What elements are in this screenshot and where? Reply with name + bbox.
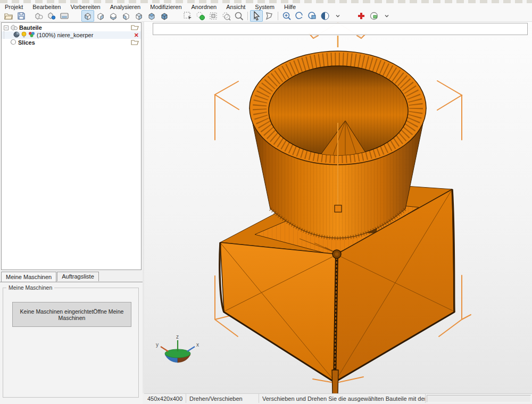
open-machines-button[interactable]: Keine Maschinen eingerichtetÖffne Meine … [12, 302, 131, 327]
menu-projekt[interactable]: Projekt [0, 4, 28, 10]
menu-hilfe[interactable]: Hilfe [279, 4, 301, 10]
menu-ansicht[interactable]: Ansicht [221, 4, 250, 10]
menu-bearbeiten[interactable]: Bearbeiten [28, 4, 65, 10]
platform-button[interactable] [58, 10, 71, 22]
cursor-select-icon [252, 11, 261, 21]
zoom-to-part-icon [307, 11, 317, 21]
y-axis-line [161, 347, 168, 351]
tree-row-bauteile[interactable]: − Bauteile [2, 24, 141, 31]
machines-panel: Meine Maschinen Keine Maschinen eingeric… [0, 282, 143, 404]
open-folder-icon[interactable] [131, 39, 139, 46]
view-cube-iso-icon [83, 11, 93, 21]
material-colors-icon[interactable] [28, 31, 35, 39]
viewport-info-bar[interactable] [153, 23, 528, 35]
render-mode-icon [320, 11, 330, 21]
view-cube-iso-button[interactable] [81, 10, 94, 22]
bottom-tabs: Meine Maschinen Auftragsliste [1, 272, 99, 281]
render-mode-caret[interactable] [331, 10, 344, 22]
view-cube-front-icon [96, 11, 105, 21]
open-folder-icon[interactable] [131, 24, 139, 31]
y-axis-label: y [156, 342, 159, 348]
shrink-selection-button[interactable] [220, 10, 232, 22]
status-hint: Verschieben und Drehen Sie die ausgewähl… [259, 394, 426, 403]
menu-modifizieren[interactable]: Modifizieren [145, 4, 186, 10]
add-part-icon [47, 12, 56, 20]
menu-system[interactable]: System [250, 4, 279, 10]
platform-icon [60, 12, 69, 20]
parts-group-icon [10, 24, 18, 31]
model-cylinder[interactable] [250, 51, 426, 238]
open-project-icon [4, 12, 13, 20]
new-part-button[interactable] [32, 10, 45, 22]
repair-plus-icon [357, 12, 365, 20]
menu-vorbereiten[interactable]: Vorbereiten [65, 4, 105, 10]
status-bar: 450x420x400 Drehen/Verschieben Verschieb… [144, 393, 532, 403]
view-cube-solid-button[interactable] [158, 10, 171, 22]
tree-label-bauteile: Bauteile [19, 24, 42, 31]
machines-groupbox: Meine Maschinen Keine Maschinen eingeric… [3, 288, 139, 398]
view-cube-back-button[interactable] [107, 10, 120, 22]
add-part-button[interactable] [45, 10, 58, 22]
axes-widget: z y x [156, 334, 199, 363]
model-bottom-foot [332, 370, 338, 393]
tab-auftragsliste[interactable]: Auftragsliste [57, 272, 99, 281]
parts-tree: − Bauteile (100%) niere_koerper ✕ Slices [1, 22, 142, 270]
delete-part-icon[interactable]: ✕ [134, 32, 139, 39]
menu-bar: Projekt Bearbeiten Vorbereiten Analysier… [0, 3, 532, 10]
view-cube-left-icon [121, 11, 131, 21]
viewport-3d[interactable]: z y x [144, 22, 532, 393]
view-cube-left-button[interactable] [120, 10, 132, 22]
status-dimensions: 450x420x400 [144, 394, 186, 403]
z-axis-label: z [176, 334, 179, 340]
menu-anordnen[interactable]: Anordnen [187, 4, 222, 10]
new-part-icon [34, 12, 44, 20]
toolbar [0, 10, 532, 22]
render-mode-button[interactable] [319, 10, 331, 22]
shrink-selection-icon [221, 11, 231, 21]
open-project-button[interactable] [2, 10, 15, 22]
visibility-bulb-icon[interactable] [21, 31, 27, 39]
refresh-view-icon [369, 11, 379, 21]
part-sphere-icon[interactable] [13, 31, 20, 39]
pivot-handle[interactable] [335, 205, 342, 212]
view-cube-right-button[interactable] [132, 10, 145, 22]
cursor-select-button[interactable] [250, 10, 263, 22]
view-cube-solid-icon [160, 11, 169, 21]
left-panel: − Bauteile (100%) niere_koerper ✕ Slices [0, 22, 143, 404]
zoom-in-button[interactable] [280, 10, 293, 22]
machines-group-label: Meine Maschinen [6, 284, 54, 291]
x-axis-line [187, 347, 195, 351]
view-cube-top-button[interactable] [145, 10, 158, 22]
expand-selection-icon [209, 11, 218, 21]
repair-button[interactable] [355, 10, 368, 22]
magnifier-button[interactable] [232, 10, 245, 22]
rotate-view-icon [295, 11, 304, 21]
model-canvas[interactable]: z y x [144, 22, 532, 393]
select-region-button[interactable] [181, 10, 194, 22]
rotate-view-button[interactable] [293, 10, 306, 22]
chevron-down-icon [336, 14, 340, 18]
expand-selection-button[interactable] [207, 10, 220, 22]
tree-label-part: (100%) niere_koerper [37, 32, 93, 38]
tree-row-slices[interactable]: Slices [2, 39, 141, 46]
tree-row-part[interactable]: (100%) niere_koerper ✕ [2, 31, 141, 39]
refresh-view-caret[interactable] [380, 10, 393, 22]
zoom-in-icon [282, 11, 292, 21]
zoom-to-part-button[interactable] [306, 10, 319, 22]
tab-meine-maschinen[interactable]: Meine Maschinen [1, 272, 56, 282]
polygon-select-button[interactable] [263, 10, 276, 22]
select-parts-button[interactable] [194, 10, 207, 22]
view-cube-front-button[interactable] [94, 10, 107, 22]
refresh-view-button[interactable] [368, 10, 380, 22]
view-cube-right-icon [134, 11, 144, 21]
slices-icon [10, 39, 16, 46]
collapse-icon[interactable]: − [4, 26, 9, 30]
select-region-icon [183, 11, 193, 21]
polygon-select-icon [264, 11, 274, 21]
save-button[interactable] [15, 10, 28, 22]
chevron-down-icon [385, 14, 389, 18]
tree-indent [4, 31, 12, 39]
application-window: Projekt Bearbeiten Vorbereiten Analysier… [0, 0, 532, 404]
menu-analysieren[interactable]: Analysieren [105, 4, 145, 10]
tree-label-slices: Slices [18, 39, 35, 46]
